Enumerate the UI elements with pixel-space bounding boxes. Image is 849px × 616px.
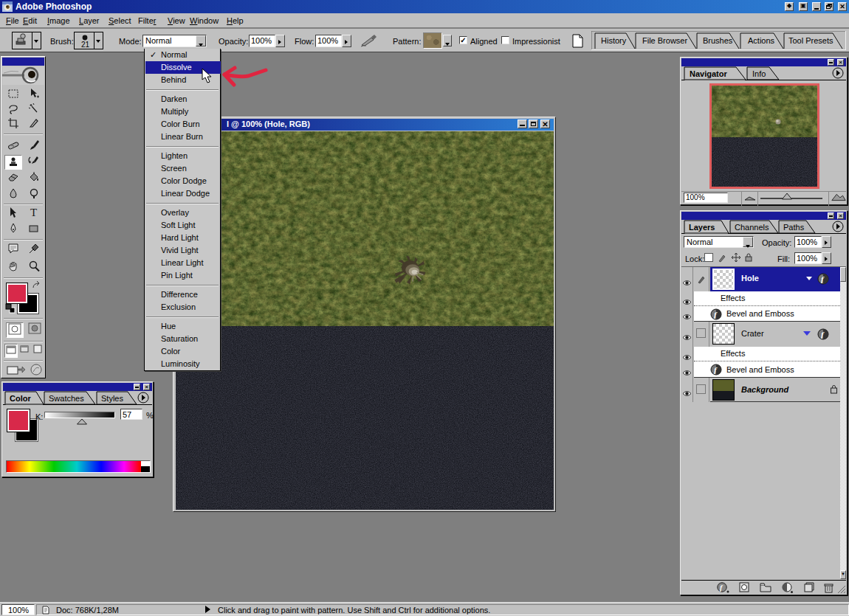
svg-text:File Browser: File Browser xyxy=(642,36,687,45)
svg-text:Styles: Styles xyxy=(101,394,123,403)
svg-text:Swatches: Swatches xyxy=(49,394,84,403)
svg-text:Navigator: Navigator xyxy=(690,69,727,78)
svg-text:Channels: Channels xyxy=(735,223,769,232)
svg-text:History: History xyxy=(601,36,627,45)
svg-text:Brushes: Brushes xyxy=(703,36,733,45)
svg-text:Actions: Actions xyxy=(748,36,775,45)
svg-text:Paths: Paths xyxy=(783,223,805,232)
svg-text:Layers: Layers xyxy=(689,223,715,232)
svg-text:Tool Presets: Tool Presets xyxy=(788,36,833,45)
svg-text:T: T xyxy=(30,207,37,218)
svg-text:Info: Info xyxy=(752,69,766,78)
svg-text:Color: Color xyxy=(10,394,31,403)
